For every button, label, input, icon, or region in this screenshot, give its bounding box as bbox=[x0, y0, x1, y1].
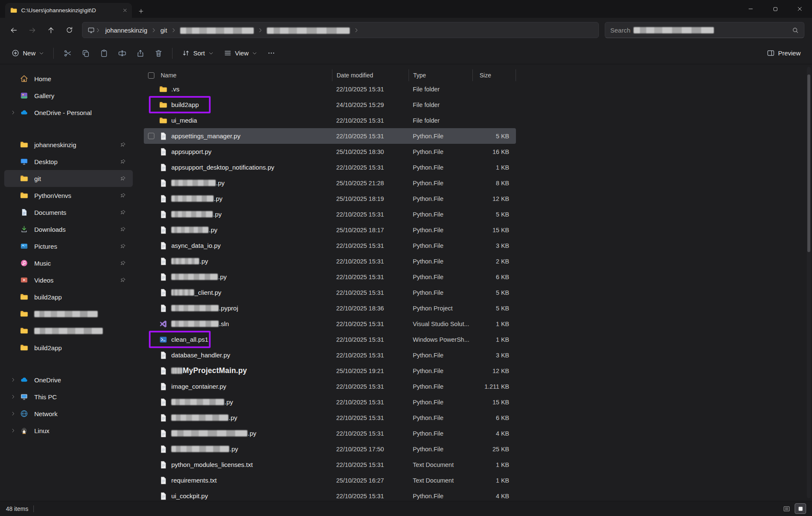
maximize-button[interactable] bbox=[763, 0, 787, 18]
sidebar-item-documents[interactable]: Documents bbox=[4, 204, 133, 221]
sidebar-item-desktop[interactable]: Desktop bbox=[4, 153, 133, 170]
details-view-button[interactable] bbox=[781, 503, 792, 514]
column-header-name[interactable]: Name bbox=[144, 69, 332, 81]
explorer-tab[interactable]: C:\Users\johanneskinzig\git\D bbox=[5, 3, 132, 18]
see-more-button[interactable] bbox=[263, 46, 280, 60]
up-button[interactable] bbox=[41, 22, 60, 38]
sidebar-item-build2app[interactable]: build2app bbox=[4, 339, 133, 356]
scrollbar-thumb[interactable] bbox=[807, 74, 810, 252]
sidebar-item-pythonvenvs[interactable]: PythonVenvs bbox=[4, 187, 133, 204]
column-header-date-modified[interactable]: Date modified bbox=[332, 69, 409, 81]
pin-icon bbox=[120, 243, 126, 250]
chevron-right-icon[interactable] bbox=[8, 394, 19, 399]
file-row[interactable]: .vs22/10/2025 15:31File folder bbox=[144, 81, 516, 97]
search-box[interactable]: Search bbox=[605, 22, 804, 38]
scrollbar[interactable] bbox=[807, 67, 811, 498]
breadcrumb-item[interactable]: johanneskinzig bbox=[102, 25, 151, 36]
sidebar-item-gallery[interactable]: Gallery bbox=[4, 87, 133, 104]
sidebar-item-videos[interactable]: Videos bbox=[4, 272, 133, 288]
file-name: requirements.txt bbox=[171, 477, 217, 484]
file-row[interactable]: .py22/10/2025 15:31Python.File15 KB bbox=[144, 394, 516, 410]
sort-button[interactable]: Sort bbox=[177, 46, 218, 60]
cut-button[interactable] bbox=[58, 45, 77, 61]
file-type: Python.File bbox=[409, 493, 472, 500]
sidebar-item-linux[interactable]: Linux bbox=[4, 422, 133, 439]
file-row[interactable]: .sln22/10/2025 15:31Visual Studio Solut.… bbox=[144, 316, 516, 332]
chevron-right-icon[interactable] bbox=[8, 428, 19, 433]
sidebar-item-home[interactable]: Home bbox=[4, 70, 133, 87]
chevron-right-icon[interactable] bbox=[8, 411, 19, 416]
back-button[interactable] bbox=[4, 22, 23, 38]
forward-button[interactable] bbox=[23, 22, 41, 38]
file-row[interactable]: .py22/10/2025 15:31Python.File6 KB bbox=[144, 410, 516, 425]
file-date-modified: 22/10/2025 15:31 bbox=[332, 493, 409, 500]
file-row[interactable]: .pyproj22/10/2025 18:36Python Project5 K… bbox=[144, 300, 516, 316]
breadcrumb-item[interactable]: git bbox=[157, 25, 170, 36]
minimize-button[interactable] bbox=[738, 0, 763, 18]
file-row[interactable]: .py22/10/2025 15:31Python.File2 KB bbox=[144, 253, 516, 269]
sidebar-item-music[interactable]: Music bbox=[4, 255, 133, 272]
chevron-right-icon[interactable] bbox=[8, 377, 19, 382]
file-row[interactable]: async_data_io.py22/10/2025 15:31Python.F… bbox=[144, 238, 516, 253]
file-row[interactable]: python_modules_licenses.txt22/10/2025 15… bbox=[144, 457, 516, 472]
sidebar-item-network[interactable]: Network bbox=[4, 405, 133, 422]
file-row[interactable]: ui_cockpit.py22/10/2025 15:31Python.File… bbox=[144, 488, 516, 501]
sidebar-item-downloads[interactable]: Downloads bbox=[4, 221, 133, 238]
sidebar-item-this-pc[interactable]: This PC bbox=[4, 388, 133, 405]
file-row[interactable]: .py22/10/2025 17:50Python.File25 KB bbox=[144, 441, 516, 457]
select-all-checkbox[interactable] bbox=[148, 72, 154, 79]
file-row[interactable]: clean_all.ps122/10/2025 15:31Windows Pow… bbox=[144, 332, 516, 347]
view-button[interactable]: View bbox=[219, 46, 262, 60]
sidebar-item-build2app[interactable]: build2app bbox=[4, 288, 133, 305]
copy-button[interactable] bbox=[77, 45, 95, 61]
documents-icon bbox=[19, 208, 30, 217]
file-row[interactable]: appsettings_manager.py22/10/2025 15:31Py… bbox=[144, 128, 516, 144]
sidebar-item-redacted[interactable] bbox=[4, 322, 133, 339]
file-row[interactable]: .py22/10/2025 15:31Python.File4 KB bbox=[144, 425, 516, 441]
paste-button[interactable] bbox=[95, 45, 113, 61]
search-icon[interactable] bbox=[792, 27, 799, 34]
new-tab-button[interactable] bbox=[138, 8, 144, 14]
file-row[interactable]: ui_media22/10/2025 15:31File folder bbox=[144, 113, 516, 128]
column-header-name-label: Name bbox=[161, 72, 176, 79]
file-row[interactable]: .py25/10/2025 21:28Python.File8 KB bbox=[144, 175, 516, 191]
breadcrumb-item[interactable] bbox=[263, 24, 353, 36]
file-row[interactable]: database_handler.py22/10/2025 15:31Pytho… bbox=[144, 347, 516, 363]
close-button[interactable] bbox=[787, 0, 812, 18]
file-row[interactable]: image_container.py22/10/2025 15:31Python… bbox=[144, 379, 516, 394]
new-button[interactable]: New bbox=[7, 46, 49, 60]
sidebar-item-pictures[interactable]: Pictures bbox=[4, 238, 133, 255]
file-row[interactable]: .py22/10/2025 15:31Python.File5 KB bbox=[144, 206, 516, 222]
refresh-button[interactable] bbox=[60, 22, 79, 38]
preview-button[interactable]: Preview bbox=[762, 46, 805, 60]
column-header-type[interactable]: Type bbox=[409, 69, 472, 81]
breadcrumb: johanneskinziggit bbox=[102, 24, 359, 36]
sidebar-item-git[interactable]: git bbox=[4, 170, 133, 187]
chevron-right-icon[interactable] bbox=[8, 110, 19, 115]
tab-close-icon[interactable] bbox=[122, 8, 128, 13]
file-row[interactable]: .py25/10/2025 18:17Python.File15 KB bbox=[144, 222, 516, 238]
address-bar[interactable]: johanneskinziggit bbox=[82, 22, 599, 38]
file-row[interactable]: .py25/10/2025 18:19Python.File12 KB bbox=[144, 191, 516, 206]
file-row[interactable]: requirements.txt25/10/2025 16:27Text Doc… bbox=[144, 472, 516, 488]
file-row[interactable]: appsupport_desktop_notifications.py22/10… bbox=[144, 159, 516, 175]
sidebar-item-onedrive[interactable]: OneDrive bbox=[4, 371, 133, 388]
share-button[interactable] bbox=[131, 45, 149, 61]
file-row[interactable]: appsupport.py25/10/2025 18:30Python.File… bbox=[144, 144, 516, 159]
sidebar-item-redacted[interactable] bbox=[4, 305, 133, 322]
thumbnails-view-button[interactable] bbox=[795, 503, 806, 514]
file-row[interactable]: build2app24/10/2025 15:29File folder bbox=[144, 97, 516, 113]
row-checkbox[interactable] bbox=[148, 133, 154, 139]
breadcrumb-item[interactable] bbox=[177, 24, 257, 36]
column-header-size[interactable]: Size bbox=[472, 69, 516, 81]
rename-button[interactable] bbox=[113, 45, 131, 61]
file-date-modified: 22/10/2025 15:31 bbox=[332, 86, 409, 93]
file-date-modified: 25/10/2025 21:28 bbox=[332, 180, 409, 187]
file-row[interactable]: MyProjectMain.py25/10/2025 19:21Python.F… bbox=[144, 363, 516, 379]
file-date-modified: 25/10/2025 16:27 bbox=[332, 477, 409, 484]
sidebar-item-onedrive-personal[interactable]: OneDrive - Personal bbox=[4, 104, 133, 121]
file-row[interactable]: .py22/10/2025 15:31Python.File6 KB bbox=[144, 269, 516, 285]
sidebar-item-johanneskinzig[interactable]: johanneskinzig bbox=[4, 136, 133, 153]
delete-button[interactable] bbox=[149, 45, 167, 61]
file-row[interactable]: _client.py22/10/2025 15:31Python.File5 K… bbox=[144, 285, 516, 300]
